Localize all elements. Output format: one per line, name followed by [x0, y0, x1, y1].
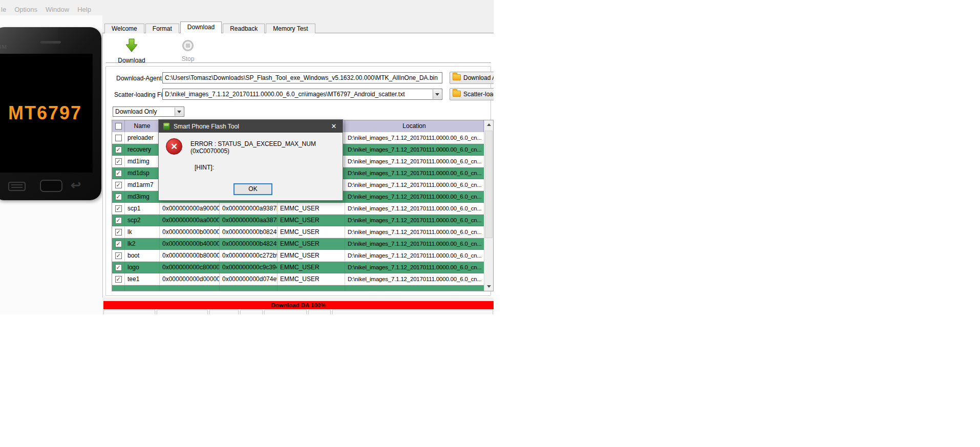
download-agent-label: Download-Agent [116, 75, 162, 82]
folder-icon [453, 91, 461, 97]
phone-back-icon: ↩ [71, 180, 86, 191]
screenshot-canvas: le Options Window Help BM MT6797 ↩ [0, 0, 980, 447]
toolbar-separator [106, 62, 491, 63]
column-header-location[interactable]: Location [345, 120, 484, 132]
row-checkbox[interactable]: ✓ [112, 144, 125, 156]
phone-image: BM MT6797 ↩ [0, 27, 101, 200]
cell-end-address: 0x000000000b0824ff [220, 226, 278, 238]
table-row[interactable]: ✓lk20x000000000b4000000x000000000b4824ff… [112, 238, 484, 250]
menu-item-options[interactable]: Options [10, 5, 41, 14]
table-row[interactable]: ✓scp20x000000000aa000000x000000000aa387b… [112, 215, 484, 226]
checkbox-checked-icon: ✓ [115, 194, 122, 200]
cell-name: preloader [125, 132, 160, 144]
download-agent-browse-button[interactable]: Download Agent [450, 72, 494, 84]
cell-location: D:\nikel_images_7.1.12_20170111.0000.00_… [345, 262, 484, 273]
row-checkbox[interactable]: ✓ [112, 250, 125, 262]
stop-button-label: Stop [164, 55, 211, 62]
row-checkbox[interactable]: ✓ [112, 238, 125, 250]
mode-dropdown-button[interactable] [175, 108, 183, 116]
table-row[interactable]: ✓scp10x000000000a9000000x000000000a9387b… [112, 203, 484, 215]
table-row[interactable]: ✓logo0x000000000c8000000x000000000c9c394… [112, 262, 484, 273]
table-row[interactable] [112, 285, 484, 291]
cell-name: lk2 [125, 238, 160, 250]
row-checkbox[interactable]: ✓ [112, 203, 125, 215]
tab-memory-test[interactable]: Memory Test [266, 24, 315, 33]
cell-region: EMMC_USER [278, 203, 345, 215]
cell-name: md1arm7 [125, 179, 160, 191]
status-cell [209, 310, 239, 314]
cell-location: D:\nikel_images_7.1.12_20170111.0000.00_… [345, 156, 484, 167]
row-checkbox[interactable]: ✓ [112, 167, 125, 179]
ok-button[interactable]: OK [233, 183, 272, 195]
row-checkbox[interactable]: ✓ [112, 179, 125, 191]
download-agent-input[interactable]: C:\Users\Tomasz\Downloads\SP_Flash_Tool_… [162, 72, 442, 83]
chevron-down-icon [435, 93, 439, 96]
select-all-checkbox[interactable] [112, 120, 125, 132]
chipset-label: MT6797 [0, 102, 93, 124]
scatter-file-label: Scatter-loading File [114, 91, 167, 98]
status-cell [332, 310, 493, 314]
row-checkbox[interactable]: ✓ [112, 215, 125, 226]
cell-end-address: 0x000000000d074e9f [220, 273, 278, 285]
scatter-dropdown-button[interactable] [433, 90, 441, 99]
tab-readback[interactable]: Readback [223, 24, 265, 33]
cell-begin-address: 0x000000000b800000 [160, 250, 220, 262]
row-checkbox[interactable]: ✓ [112, 191, 125, 203]
checkbox-checked-icon: ✓ [115, 276, 122, 283]
dialog-close-button[interactable]: ✕ [325, 120, 343, 133]
cell-name: lk [125, 226, 160, 238]
cell-begin-address: 0x000000000a900000 [160, 203, 220, 215]
vertical-scrollbar[interactable] [484, 120, 493, 291]
flash-tool-icon [163, 123, 169, 130]
checkbox-checked-icon: ✓ [115, 146, 122, 153]
cell-location: D:\nikel_images_7.1.12_20170111.0000.00_… [345, 273, 484, 285]
table-row[interactable]: ✓tee10x000000000d0000000x000000000d074e9… [112, 273, 484, 285]
download-arrow-icon [125, 38, 138, 53]
row-checkbox[interactable]: ✓ [112, 156, 125, 167]
row-checkbox[interactable] [112, 285, 125, 291]
download-mode-select[interactable]: Download Only [113, 107, 184, 117]
cell-region: EMMC_USER [278, 215, 345, 226]
menu-item-file-partial[interactable]: le [0, 5, 10, 14]
cell-begin-address: 0x000000000b000000 [160, 226, 220, 238]
menu-item-window[interactable]: Window [41, 5, 73, 14]
progress-bar: Download DA 100% [103, 301, 494, 309]
cell-name: md3img [125, 191, 160, 203]
cell-name: md1dsp [125, 167, 160, 179]
checkbox-checked-icon: ✓ [115, 170, 122, 177]
dialog-title: Smart Phone Flash Tool [174, 123, 325, 130]
row-checkbox[interactable]: ✓ [112, 226, 125, 238]
menu-item-help[interactable]: Help [73, 5, 95, 14]
scrollbar-thumb[interactable] [485, 131, 493, 238]
cell-region: EMMC_USER [278, 273, 345, 285]
row-checkbox[interactable] [112, 132, 125, 144]
cell-region: EMMC_USER [278, 262, 345, 273]
error-icon: ✕ [166, 138, 182, 155]
cell-end-address: 0x000000000c9c394f [220, 262, 278, 273]
cell-location: D:\nikel_images_7.1.12_20170111.0000.00_… [345, 238, 484, 250]
tab-format[interactable]: Format [145, 24, 179, 33]
download-button[interactable]: Download [108, 38, 155, 64]
cell-location: D:\nikel_images_7.1.12_20170111.0000.00_… [345, 167, 484, 179]
checkbox-checked-icon: ✓ [115, 217, 122, 224]
scatter-browse-button[interactable]: Scatter-loading [450, 88, 494, 100]
tab-download[interactable]: Download [180, 22, 222, 33]
stop-button[interactable]: Stop [164, 38, 211, 62]
row-checkbox[interactable]: ✓ [112, 262, 125, 273]
cell-location: D:\nikel_images_7.1.12_20170111.0000.00_… [345, 203, 484, 215]
checkbox-checked-icon: ✓ [115, 241, 122, 247]
status-cell [103, 310, 155, 314]
cell-end-address: 0x000000000c272b9f [220, 250, 278, 262]
column-header-name[interactable]: Name [125, 120, 160, 132]
tab-welcome[interactable]: Welcome [104, 24, 144, 33]
table-row[interactable]: ✓boot0x000000000b8000000x000000000c272b9… [112, 250, 484, 262]
hint-text: [HINT]: [195, 164, 214, 171]
cell-name: boot [125, 250, 160, 262]
phone-brand-label: BM [0, 44, 7, 50]
dialog-title-bar[interactable]: Smart Phone Flash Tool ✕ [159, 120, 343, 133]
row-checkbox[interactable]: ✓ [112, 273, 125, 285]
scatter-file-input[interactable]: D:\nikel_images_7.1.12_20170111.0000.00_… [162, 89, 442, 100]
scroll-down-icon[interactable] [484, 282, 493, 291]
table-row[interactable]: ✓lk0x000000000b0000000x000000000b0824ffE… [112, 226, 484, 238]
scroll-up-icon[interactable] [484, 120, 493, 129]
